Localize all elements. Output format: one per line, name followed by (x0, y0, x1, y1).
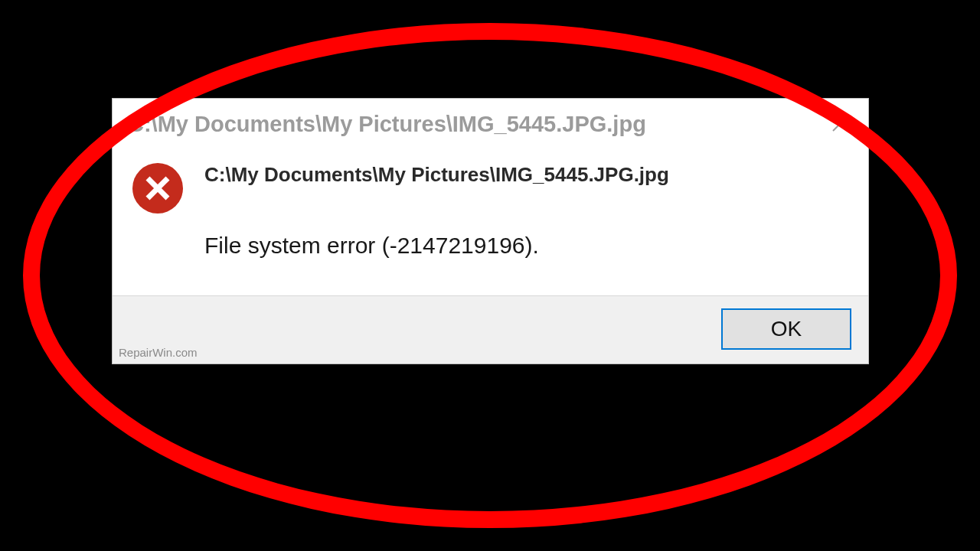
ok-button[interactable]: OK (721, 308, 851, 350)
dialog-title: C:\My Documents\My Pictures\IMG_5445.JPG… (128, 112, 646, 137)
dialog-body: C:\My Documents\My Pictures\IMG_5445.JPG… (113, 146, 868, 295)
error-dialog: C:\My Documents\My Pictures\IMG_5445.JPG… (112, 98, 869, 364)
watermark-text: RepairWin.com (119, 346, 198, 359)
close-icon (831, 115, 849, 133)
message-column: C:\My Documents\My Pictures\IMG_5445.JPG… (204, 160, 853, 274)
dialog-footer: RepairWin.com OK (113, 295, 868, 364)
primary-message: C:\My Documents\My Pictures\IMG_5445.JPG… (204, 163, 853, 187)
close-button[interactable] (822, 106, 858, 142)
error-icon (131, 161, 185, 215)
dialog-titlebar: C:\My Documents\My Pictures\IMG_5445.JPG… (113, 99, 868, 146)
secondary-message: File system error (-2147219196). (204, 233, 853, 259)
